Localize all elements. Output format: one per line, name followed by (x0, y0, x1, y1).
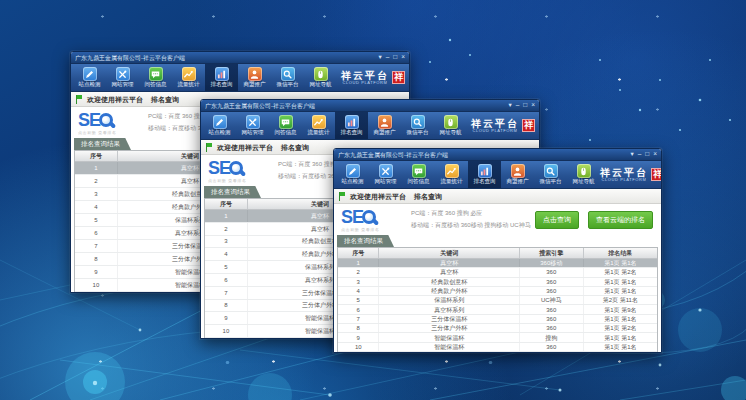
toolbar-items: 站点检测网站管理问答信息流量统计排名查询商盟推广微信平台网址导航 (73, 64, 337, 91)
table-row[interactable]: 2真空杯360第1页 第2名 (338, 268, 657, 277)
toolbar-item-line-chart[interactable]: 流量统计 (302, 112, 335, 139)
table-row[interactable]: 9智能保温杯搜狗第1页 第1名 (338, 333, 657, 342)
toolbar-item-tools[interactable]: 网站管理 (369, 161, 402, 188)
toolbar-item-line-chart[interactable]: 流量统计 (435, 161, 468, 188)
table-cell: 9 (338, 333, 379, 341)
toolbar-item-search[interactable]: 微信平台 (271, 64, 304, 91)
table-row[interactable]: 4经典款户外杯360第1页 第1名 (338, 287, 657, 296)
table-header-cell[interactable]: 序号 (205, 199, 248, 209)
toolbar-item-tools[interactable]: 网站管理 (106, 64, 139, 91)
toolbar-item-tools[interactable]: 网站管理 (236, 112, 269, 139)
tab-ranking-results[interactable]: 排名查询结果 (74, 138, 131, 151)
table-header-cell[interactable]: 搜索引擎 (520, 248, 584, 258)
table-cell: 7 (338, 315, 379, 323)
close-button[interactable]: × (401, 54, 405, 61)
brand-logo: 祥云平台 CLOUD PLATFORM 祥 (341, 64, 407, 91)
toolbar-item-mouse[interactable]: 网址导航 (304, 64, 337, 91)
table-cell: UC神马 (520, 296, 584, 304)
chat-icon (149, 67, 163, 81)
toolbar-item-label: 排名查询 (341, 130, 363, 136)
toolbar-item-pencil[interactable]: 站点检测 (73, 64, 106, 91)
view-cloud-ranking-button[interactable]: 查看云端的排名 (588, 211, 653, 229)
table-row[interactable]: 7三分体保温杯360第1页 第1名 (338, 315, 657, 324)
toolbar-item-bar-chart[interactable]: 排名查询 (468, 161, 501, 188)
menu-button[interactable]: ▾ (378, 54, 381, 61)
bar-chart-icon (345, 115, 359, 129)
table-cell: 经典款创意杯 (379, 278, 519, 286)
pc-engines-line: PC端：百度 360 搜狗 必应 (411, 208, 531, 219)
window-titlebar[interactable]: 广东九鼎王金属有限公司-祥云平台客户端 ▾ – □ × (71, 52, 409, 64)
toolbar-item-chat[interactable]: 问答信息 (139, 64, 172, 91)
table-header-cell[interactable]: 排名结果 (584, 248, 657, 258)
toolbar-item-chat[interactable]: 问答信息 (402, 161, 435, 188)
brand-seal-icon: 祥 (392, 71, 405, 84)
flag-icon (76, 95, 83, 104)
desktop-background: 广东九鼎王金属有限公司-祥云平台客户端 ▾ – □ × 站点检测网站管理问答信息… (0, 0, 746, 400)
tools-icon (116, 67, 130, 81)
toolbar-item-chat[interactable]: 问答信息 (269, 112, 302, 139)
table-cell: 360 (520, 315, 584, 323)
table-row[interactable]: 3经典款创意杯360第1页 第1名 (338, 278, 657, 287)
toolbar-items: 站点检测网站管理问答信息流量统计排名查询商盟推广微信平台网址导航 (336, 161, 600, 188)
toolbar-item-mouse[interactable]: 网址导航 (567, 161, 600, 188)
toolbar-item-search[interactable]: 微信平台 (401, 112, 434, 139)
minimize-button[interactable]: – (516, 102, 520, 109)
table-header-cell[interactable]: 序号 (75, 151, 118, 161)
tab-ranking-results[interactable]: 排名查询结果 (204, 186, 261, 199)
close-button[interactable]: × (653, 151, 657, 158)
table-row[interactable]: 8三分体户外杯360第1页 第2名 (338, 324, 657, 333)
window-title: 广东九鼎王金属有限公司-祥云平台客户端 (205, 103, 508, 109)
toolbar-item-label: 商盟推广 (374, 130, 396, 136)
window-titlebar[interactable]: 广东九鼎王金属有限公司-祥云平台客户端 ▾ – □ × (201, 100, 539, 112)
table-header-cell[interactable]: 序号 (338, 248, 379, 258)
toolbar-item-bar-chart[interactable]: 排名查询 (205, 64, 238, 91)
toolbar-item-user[interactable]: 商盟推广 (368, 112, 401, 139)
toolbar-item-label: 流量统计 (441, 179, 463, 185)
maximize-button[interactable]: □ (393, 54, 397, 61)
toolbar-item-line-chart[interactable]: 流量统计 (172, 64, 205, 91)
toolbar-item-pencil[interactable]: 站点检测 (203, 112, 236, 139)
table-cell: 10 (75, 279, 118, 291)
welcome-text: 欢迎使用祥云平台 (87, 96, 143, 103)
toolbar-item-user[interactable]: 商盟推广 (238, 64, 271, 91)
toolbar: 站点检测网站管理问答信息流量统计排名查询商盟推广微信平台网址导航 祥云平台 CL… (334, 161, 661, 189)
window-controls: ▾ – □ × (630, 151, 657, 158)
pencil-icon (213, 115, 227, 129)
maximize-button[interactable]: □ (645, 151, 649, 158)
table-cell: 7 (205, 287, 248, 299)
toolbar-item-mouse[interactable]: 网址导航 (434, 112, 467, 139)
toolbar-item-label: 问答信息 (408, 179, 430, 185)
window-titlebar[interactable]: 广东九鼎王金属有限公司-祥云平台客户端 ▾ – □ × (334, 149, 661, 161)
menu-button[interactable]: ▾ (630, 151, 633, 158)
minimize-button[interactable]: – (638, 151, 642, 158)
toolbar-item-label: 网站管理 (242, 130, 264, 136)
toolbar-item-label: 网址导航 (573, 179, 595, 185)
maximize-button[interactable]: □ (523, 102, 527, 109)
table-cell: 6 (75, 227, 118, 239)
toolbar-item-user[interactable]: 商盟推广 (501, 161, 534, 188)
table-row[interactable]: 6真空杯系列360第1页 第9名 (338, 305, 657, 314)
table-cell: 10 (338, 343, 379, 351)
tools-icon (379, 164, 393, 178)
table-row[interactable]: 10智能保温杯360第1页 第1名 (338, 343, 657, 352)
tab-strip: 排名查询结果 (334, 235, 661, 247)
toolbar-item-pencil[interactable]: 站点检测 (336, 161, 369, 188)
toolbar-item-label: 问答信息 (145, 82, 167, 88)
table-header-cell[interactable]: 关键词 (379, 248, 519, 258)
table-row[interactable]: 1真空杯360移动第1页 第1名 (338, 259, 657, 268)
table-cell: 第1页 第2名 (584, 268, 657, 276)
query-button[interactable]: 点击查询 (535, 211, 579, 229)
toolbar-item-search[interactable]: 微信平台 (534, 161, 567, 188)
menu-button[interactable]: ▾ (508, 102, 511, 109)
table-cell: 4 (338, 287, 379, 295)
table-cell: 第1页 第1名 (584, 343, 657, 351)
table-row[interactable]: 5保温杯系列UC神马第2页 第11名 (338, 296, 657, 305)
tab-ranking-results[interactable]: 排名查询结果 (337, 235, 394, 248)
mouse-icon (314, 67, 328, 81)
toolbar-item-bar-chart[interactable]: 排名查询 (335, 112, 368, 139)
search-icon (544, 164, 558, 178)
minimize-button[interactable]: – (386, 54, 390, 61)
close-button[interactable]: × (531, 102, 535, 109)
magnifier-icon (362, 210, 376, 224)
welcome-bar: 欢迎使用祥云平台 排名查询 (334, 189, 661, 204)
